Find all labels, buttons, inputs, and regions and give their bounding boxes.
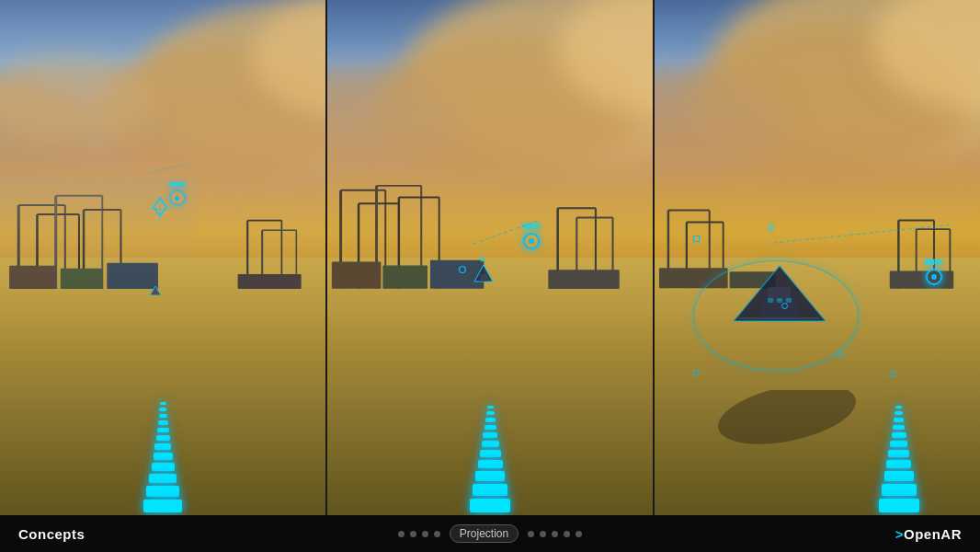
svg-line-90 bbox=[773, 224, 952, 243]
marker-r bbox=[781, 303, 788, 309]
ar-line-p2 bbox=[464, 216, 584, 253]
marker-mid-r bbox=[837, 351, 844, 358]
main-container: WP5 bbox=[0, 0, 980, 552]
dot-7[interactable] bbox=[552, 531, 558, 537]
track-p3 bbox=[879, 406, 919, 515]
dot-8[interactable] bbox=[564, 531, 570, 537]
pagination: Projection bbox=[398, 524, 582, 543]
ar-overlay-left: WP5 bbox=[0, 0, 325, 515]
panel-right: 1 WP2 bbox=[653, 0, 980, 515]
dot-2[interactable] bbox=[410, 531, 416, 537]
dot-1[interactable] bbox=[398, 531, 405, 537]
concepts-label: Concepts bbox=[18, 526, 85, 542]
svg-point-89 bbox=[718, 390, 856, 454]
track-p1 bbox=[143, 402, 182, 515]
ship-p2 bbox=[471, 265, 496, 289]
svg-marker-31 bbox=[150, 286, 161, 295]
projection-pill[interactable]: Projection bbox=[450, 524, 518, 543]
ar-overlay-center: WP2 1 bbox=[327, 0, 653, 515]
dot-5[interactable] bbox=[528, 531, 534, 537]
svg-rect-60 bbox=[480, 274, 487, 282]
panel-center: WP2 1 bbox=[325, 0, 653, 515]
dot-3[interactable] bbox=[422, 531, 428, 537]
marker-lower-r bbox=[889, 371, 895, 377]
ship-wake-p3 bbox=[713, 390, 860, 464]
dot-6[interactable] bbox=[540, 531, 546, 537]
ar-line-p3 bbox=[769, 206, 980, 280]
panel-left: WP5 bbox=[0, 0, 325, 515]
svg-line-32 bbox=[149, 164, 186, 173]
marker-bl bbox=[693, 370, 700, 376]
panels-row: WP5 bbox=[0, 0, 980, 515]
svg-line-62 bbox=[473, 221, 538, 244]
marker-tl bbox=[693, 236, 700, 242]
openar-prefix: > bbox=[895, 526, 904, 542]
ar-lines-p1 bbox=[131, 155, 204, 191]
small-marker-p2 bbox=[458, 261, 467, 278]
svg-point-61 bbox=[459, 267, 465, 273]
openar-label: >OpenAR bbox=[895, 526, 962, 542]
dot-9[interactable] bbox=[575, 531, 582, 537]
bottom-bar: Concepts Projection >OpenAR bbox=[0, 515, 980, 552]
track-p2 bbox=[470, 406, 510, 515]
dot-4[interactable] bbox=[434, 531, 440, 537]
ship-indicator-p1 bbox=[150, 282, 161, 299]
ar-overlay-right: 1 WP2 bbox=[655, 0, 980, 515]
